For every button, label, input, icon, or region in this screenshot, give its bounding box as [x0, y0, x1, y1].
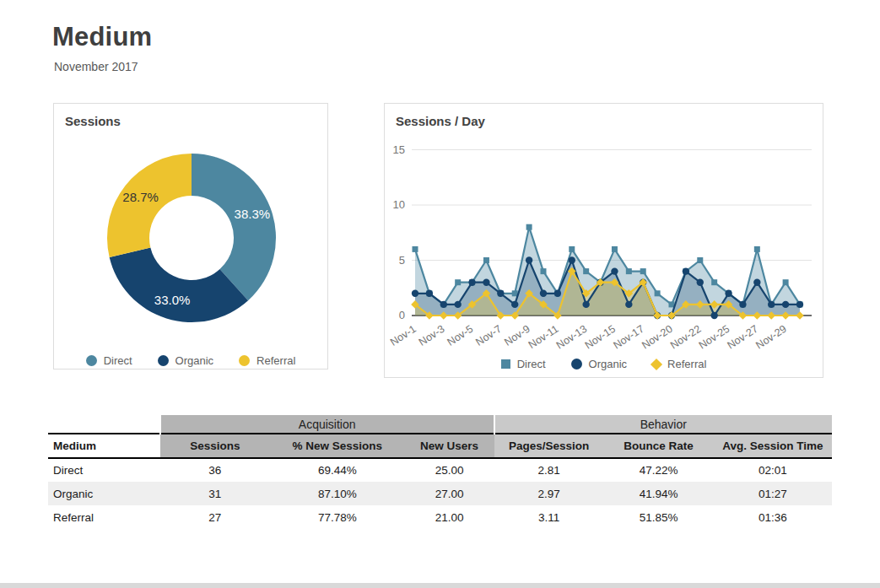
direct-marker	[526, 224, 532, 230]
table-cell: 27	[160, 505, 270, 529]
donut-slice-label: 28.7%	[122, 190, 159, 204]
legend-label: Organic	[175, 354, 214, 367]
table-row-direct: Direct3669.44%25.002.8147.22%02:01	[48, 458, 832, 482]
direct-marker	[413, 246, 418, 252]
daily-svg: 051015Nov-1Nov-3Nov-5Nov-7Nov-9Nov-11Nov…	[385, 128, 823, 354]
direct-marker	[711, 279, 717, 285]
group-header-behavior: Behavior	[494, 415, 832, 434]
direct-marker	[697, 257, 703, 263]
table-cell: 36	[160, 458, 270, 482]
x-tick-label: Nov-29	[753, 323, 788, 352]
x-tick-label: Nov-27	[726, 323, 760, 352]
organic-marker	[611, 267, 618, 274]
organic-legend-swatch	[571, 359, 582, 370]
group-header-acquisition: Acquisition	[160, 415, 494, 434]
sessions-per-day-chart: 051015Nov-1Nov-3Nov-5Nov-7Nov-9Nov-11Nov…	[385, 128, 823, 358]
daily-chart-legend: DirectOrganicReferral	[385, 358, 823, 370]
organic-marker	[426, 290, 433, 297]
table-cell: 01:36	[714, 505, 832, 529]
referral-legend-swatch	[651, 358, 662, 370]
referral-legend-swatch	[239, 355, 250, 366]
donut-card-title: Sessions	[54, 104, 327, 128]
x-tick-label: Nov-3	[417, 323, 447, 348]
legend-label: Direct	[517, 358, 546, 370]
organic-marker	[710, 312, 717, 319]
table-cell: 47.22%	[604, 458, 714, 482]
table-cell: 31	[160, 482, 270, 505]
daily-legend-item-organic: Organic	[571, 358, 628, 370]
medium-report-table: AcquisitionBehaviorMediumSessions% New S…	[48, 415, 832, 529]
y-tick-label: 15	[393, 143, 405, 156]
page-bottom-edge	[0, 583, 880, 588]
organic-marker	[725, 290, 732, 297]
direct-marker	[640, 268, 646, 274]
direct-marker	[583, 268, 589, 274]
y-tick-label: 5	[399, 254, 405, 267]
donut-legend-item-organic: Organic	[158, 354, 214, 367]
direct-marker	[612, 246, 618, 252]
table-cell: 87.10%	[270, 482, 405, 505]
table-cell: Organic	[48, 482, 160, 505]
direct-legend-swatch	[501, 359, 510, 369]
x-tick-label: Nov-5	[445, 323, 476, 348]
table-cell: 25.00	[405, 458, 494, 482]
organic-marker	[569, 256, 575, 263]
direct-marker	[569, 246, 575, 252]
daily-legend-item-referral: Referral	[652, 358, 706, 370]
daily-legend-item-direct: Direct	[501, 358, 546, 370]
x-tick-label: Nov-1	[388, 323, 418, 348]
y-tick-label: 0	[399, 309, 405, 321]
organic-marker	[412, 290, 418, 297]
donut-slice-label: 38.3%	[235, 207, 271, 221]
organic-marker	[554, 290, 561, 297]
donut-svg: 38.3%33.0%28.7%	[54, 128, 327, 349]
sessions-donut-card: Sessions 38.3%33.0%28.7% DirectOrganicRe…	[53, 103, 328, 370]
x-tick-label: Nov-13	[554, 323, 589, 352]
organic-marker	[511, 301, 518, 308]
organic-marker	[768, 301, 775, 308]
organic-marker	[454, 301, 461, 308]
x-tick-label: Nov-20	[640, 323, 674, 352]
sessions-donut-chart: 38.3%33.0%28.7%	[54, 128, 327, 353]
organic-marker	[468, 279, 475, 286]
x-tick-label: Nov-7	[473, 323, 504, 348]
x-tick-label: Nov-11	[526, 323, 561, 351]
organic-marker	[483, 279, 489, 286]
x-tick-label: Nov-15	[583, 323, 618, 352]
column-header-new-users: New Users	[405, 434, 494, 458]
donut-slice-referral	[107, 154, 192, 257]
table-row-referral: Referral2777.78%21.003.1151.85%01:36	[48, 505, 832, 529]
table-cell: 41.94%	[604, 482, 714, 505]
daily-card-title: Sessions / Day	[385, 104, 823, 128]
donut-legend-item-direct: Direct	[86, 354, 132, 367]
sessions-per-day-card: Sessions / Day 051015Nov-1Nov-3Nov-5Nov-…	[384, 103, 823, 378]
table-cell: 2.81	[494, 458, 604, 482]
table-cell: 3.11	[494, 505, 604, 529]
organic-marker	[683, 267, 689, 274]
table-cell: 02:01	[714, 458, 832, 482]
organic-marker	[697, 279, 704, 286]
direct-marker	[655, 290, 661, 296]
organic-marker	[526, 256, 532, 263]
column-header--new-sessions: % New Sessions	[270, 434, 405, 458]
organic-marker	[739, 301, 746, 308]
direct-marker	[626, 268, 632, 274]
table-header-row: MediumSessions% New SessionsNew UsersPag…	[48, 434, 832, 458]
x-tick-label: Nov-22	[668, 323, 703, 352]
table-cell: 2.97	[494, 482, 604, 505]
table-cell: 27.00	[405, 482, 494, 505]
column-header-sessions: Sessions	[160, 434, 270, 458]
legend-label: Referral	[667, 358, 706, 370]
table-row-organic: Organic3187.10%27.002.9741.94%01:27	[48, 482, 832, 505]
table-cell: 21.00	[405, 505, 494, 529]
table-cell: 69.44%	[270, 458, 405, 482]
column-header-medium: Medium	[48, 434, 160, 458]
x-tick-label: Nov-25	[697, 323, 732, 352]
table-cell: 51.85%	[604, 505, 714, 529]
organic-marker	[497, 290, 504, 297]
legend-label: Direct	[104, 354, 132, 367]
group-header-spacer	[48, 415, 160, 434]
direct-marker	[541, 268, 547, 274]
organic-marker	[540, 290, 547, 297]
page-title: Medium	[52, 22, 152, 52]
